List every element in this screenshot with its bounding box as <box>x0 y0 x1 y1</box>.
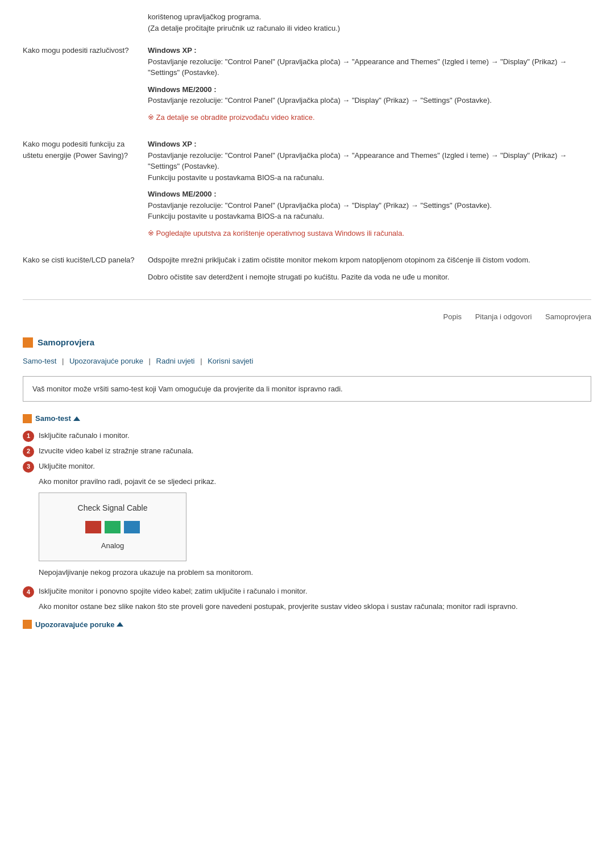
intro-text: korištenog upravljačkog programa. (Za de… <box>148 11 591 34</box>
step-3: 3 Uključite monitor. <box>23 461 591 473</box>
faq-label-2: Kako mogu podesiti funkciju za uštetu en… <box>23 139 148 244</box>
upozor-icon <box>23 620 32 629</box>
step-num-2: 2 <box>23 446 34 457</box>
step-4-sub: Ako monitor ostane bez slike nakon što s… <box>39 601 591 612</box>
faq-heading-1-1: Windows XP : <box>148 46 197 55</box>
step-4: 4 Isključite monitor i ponovno spojite v… <box>23 586 591 598</box>
step-text-2: Izvucite video kabel iz stražnje strane … <box>39 445 591 457</box>
faq-item-1: Kako mogu podesiti razlučivost? Windows … <box>23 45 591 128</box>
section-title-bar: Samoprovjera <box>23 336 591 349</box>
faq-label-3: Kako se cisti kucište/LCD panela? <box>23 254 148 288</box>
color-bars <box>48 521 177 533</box>
faq-label-1: Kako mogu podesiti razlučivost? <box>23 45 148 128</box>
step-text-1: Isključite računalo i monitor. <box>39 430 591 441</box>
subsection-icon <box>23 414 32 423</box>
faq-text-3-1: Odspojite mrežni priključak i zatim očis… <box>148 256 530 264</box>
nav-pitanja[interactable]: Pitanja i odgovori <box>475 312 532 321</box>
faq-text-2-2: Postavljanje rezolucije: "Control Panel"… <box>148 201 492 221</box>
samoprovjera-section: Samoprovjera Samo-test | Upozoravajuće p… <box>23 336 591 631</box>
nav-sep-3: | <box>200 357 204 365</box>
faq-heading-2-1: Windows XP : <box>148 140 197 148</box>
color-bar-green <box>105 521 121 533</box>
arrow-up-icon <box>73 416 80 421</box>
faq-value-3: Odspojite mrežni priključak i zatim očis… <box>148 254 591 288</box>
signal-box-title: Check Signal Cable <box>48 502 177 514</box>
nav-popis[interactable]: Popis <box>443 312 462 321</box>
faq-heading-1-2: Windows ME/2000 : <box>148 85 217 94</box>
color-bar-blue <box>124 521 140 533</box>
intro-section: korištenog upravljačkog programa. (Za de… <box>23 11 591 34</box>
step-text-4: Isključite monitor i ponovno spojite vid… <box>39 586 591 597</box>
step-2: 2 Izvucite video kabel iz stražnje stran… <box>23 445 591 457</box>
faq-note-1: ※ Za detalje se obradite proizvođaču vid… <box>148 113 315 122</box>
section-title: Samoprovjera <box>38 336 94 349</box>
warning-text: Nepojavljivanje nekog prozora ukazuje na… <box>39 567 591 578</box>
faq-text-3-2: Dobro očistite sav deterdžent i nemojte … <box>148 273 449 281</box>
bottom-nav: Popis Pitanja i odgovori Samoprovjera <box>23 311 591 323</box>
section-title-icon <box>23 337 33 348</box>
samo-test-title: Samo-test <box>23 413 591 424</box>
upozor-label: Upozoravajuće poruke <box>35 619 114 631</box>
intro-line1: korištenog upravljačkog programa. <box>148 12 261 21</box>
step-num-4: 4 <box>23 586 34 598</box>
faq-item-2: Kako mogu podesiti funkciju za uštetu en… <box>23 139 591 244</box>
step-num-3: 3 <box>23 461 34 473</box>
upozor-arrow-icon <box>117 622 123 627</box>
info-text: Vaš monitor može vršiti samo-test koji V… <box>32 385 343 393</box>
nav-links: Samo-test | Upozoravajuće poruke | Radni… <box>23 356 591 367</box>
faq-item-3: Kako se cisti kucište/LCD panela? Odspoj… <box>23 254 591 288</box>
nav-link-korisni[interactable]: Korisni savjeti <box>208 357 253 365</box>
signal-box-sub: Analog <box>48 540 177 552</box>
faq-value-1: Windows XP : Postavljanje rezolucije: "C… <box>148 45 591 128</box>
faq-heading-2-2: Windows ME/2000 : <box>148 190 217 198</box>
info-box: Vaš monitor može vršiti samo-test koji V… <box>23 376 591 402</box>
step-num-1: 1 <box>23 431 34 442</box>
nav-link-upozor[interactable]: Upozoravajuće poruke <box>69 357 143 365</box>
faq-text-1-2: Postavljanje rezolucije: "Control Panel"… <box>148 96 492 105</box>
faq-value-2: Windows XP : Postavljanje rezolucije: "C… <box>148 139 591 244</box>
upozor-bar: Upozoravajuće poruke <box>23 619 591 631</box>
nav-sep-2: | <box>149 357 153 365</box>
nav-link-radni[interactable]: Radni uvjeti <box>156 357 195 365</box>
nav-link-samo-test[interactable]: Samo-test <box>23 357 56 365</box>
section-divider <box>23 299 591 300</box>
intro-line2: (Za detalje pročitajte priručnik uz raču… <box>148 24 340 32</box>
step-list: 1 Isključite računalo i monitor. 2 Izvuc… <box>23 430 591 578</box>
step-1: 1 Isključite računalo i monitor. <box>23 430 591 442</box>
step-3-sub: Ako monitor pravilno radi, pojavit će se… <box>39 476 591 487</box>
faq-text-2-1: Postavljanje rezolucije: "Control Panel"… <box>148 151 567 182</box>
step-text-3: Uključite monitor. <box>39 461 591 472</box>
faq-note-2: ※ Pogledajte uputstva za korištenje oper… <box>148 229 404 237</box>
faq-text-1-1: Postavljanje rezolucije: "Control Panel"… <box>148 57 567 77</box>
signal-box: Check Signal Cable Analog <box>39 493 186 561</box>
nav-samoprovjera[interactable]: Samoprovjera <box>545 312 591 321</box>
nav-sep-1: | <box>62 357 66 365</box>
color-bar-red <box>85 521 101 533</box>
